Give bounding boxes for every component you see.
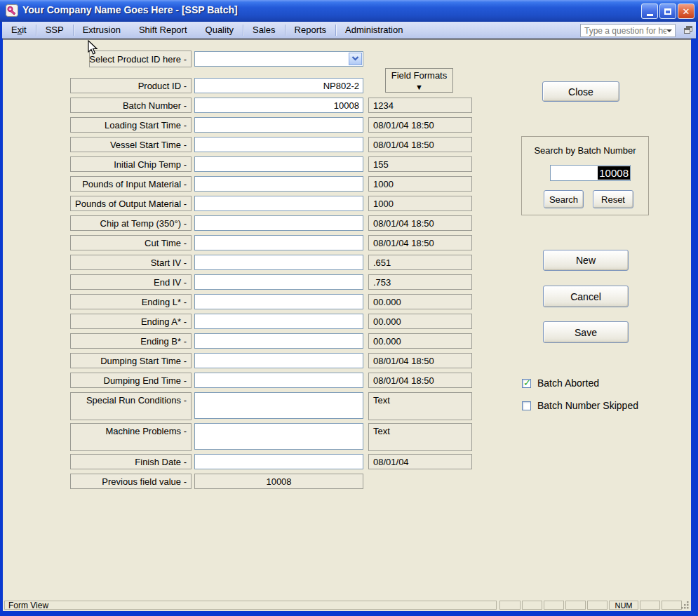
save-button[interactable]: Save xyxy=(543,321,629,343)
batch-number-skipped-checkbox[interactable] xyxy=(522,401,531,410)
ending-b-input[interactable] xyxy=(194,333,363,349)
dumping-start-time-input[interactable] xyxy=(194,353,363,368)
field-label: Vessel Start Time - xyxy=(70,137,192,152)
title-bar: Your Company Name Goes Here - [SSP Batch… xyxy=(0,0,698,22)
field-label: Ending A* - xyxy=(70,314,192,329)
product-id-combobox[interactable] xyxy=(194,51,363,67)
menu-item-ssp[interactable]: SSP xyxy=(36,22,73,39)
field-label: Batch Number - xyxy=(70,98,192,113)
search-group-title: Search by Batch Number xyxy=(522,145,648,156)
field-format: 1000 xyxy=(368,196,472,211)
status-panel xyxy=(565,601,586,610)
field-format: 08/01/04 18:50 xyxy=(368,117,472,133)
field-label: Cut Time - xyxy=(70,235,192,250)
field-format: .651 xyxy=(368,255,472,270)
minimize-icon xyxy=(647,14,653,16)
status-view-panel: Form View xyxy=(4,601,497,610)
field-label: Product ID - xyxy=(70,78,192,93)
menu-item-extrusion[interactable]: Extrusion xyxy=(74,22,130,39)
maximize-button[interactable] xyxy=(659,4,676,19)
menu-item-quality[interactable]: Quality xyxy=(196,22,243,39)
field-format: 08/01/04 18:50 xyxy=(368,215,472,231)
menu-item-sales[interactable]: Sales xyxy=(243,22,285,39)
menu-item-exit[interactable]: Exit xyxy=(2,22,36,39)
ending-l-input[interactable] xyxy=(194,294,363,309)
status-panel xyxy=(662,601,682,610)
field-label: Ending B* - xyxy=(70,333,192,349)
status-num-lock: NUM xyxy=(609,601,638,610)
field-format: 08/01/04 18:50 xyxy=(368,373,472,388)
cut-time-input[interactable] xyxy=(194,235,363,250)
menu-item-shift-report[interactable]: Shift Report xyxy=(130,22,196,39)
form-row-finish-date: Finish Date -08/01/04 xyxy=(3,454,691,469)
field-label: Pounds of Input Material - xyxy=(70,176,192,192)
batch-search-input[interactable]: 10008 xyxy=(550,165,631,181)
combobox-dropdown-button[interactable] xyxy=(349,53,362,65)
menu-bar: Exit SSP Extrusion Shift Report Quality … xyxy=(2,22,696,39)
access-form-icon xyxy=(6,4,18,17)
search-by-batch-group: Search by Batch Number 10008 Search Rese… xyxy=(521,136,649,215)
application-window: Your Company Name Goes Here - [SSP Batch… xyxy=(0,0,698,616)
batch-number-input[interactable] xyxy=(194,98,363,113)
new-button[interactable]: New xyxy=(543,250,629,271)
start-iv-input[interactable] xyxy=(194,255,363,270)
cancel-button[interactable]: Cancel xyxy=(543,286,629,307)
end-iv-input[interactable] xyxy=(194,274,363,290)
field-format: Text xyxy=(368,392,472,420)
status-bar: Form View NUM xyxy=(3,599,691,611)
initial-chip-temp-input[interactable] xyxy=(194,156,363,172)
status-panel xyxy=(522,601,542,610)
mdi-restore-icon[interactable] xyxy=(684,26,692,34)
dumping-end-time-input[interactable] xyxy=(194,373,363,388)
minimize-button[interactable] xyxy=(641,4,658,19)
ending-a-input[interactable] xyxy=(194,314,363,329)
form-area: Select Product ID here - Field Formats ▼… xyxy=(3,39,691,599)
pounds-output-material-input[interactable] xyxy=(194,196,363,211)
product-id-input[interactable] xyxy=(194,78,363,93)
batch-aborted-label: Batch Aborted xyxy=(537,377,599,389)
pounds-input-material-input[interactable] xyxy=(194,176,363,192)
help-question-input[interactable]: Type a question for help xyxy=(580,24,676,37)
status-panel xyxy=(587,601,608,610)
field-label: Chip at Temp (350°) - xyxy=(70,215,192,231)
field-format: 08/01/04 18:50 xyxy=(368,235,472,250)
select-product-label: Select Product ID here - xyxy=(89,51,192,67)
field-label: Pounds of Output Material - xyxy=(70,196,192,211)
loading-start-time-input[interactable] xyxy=(194,117,363,133)
machine-problems-input[interactable] xyxy=(194,423,363,450)
form-row-dumping-start-time: Dumping Start Time -08/01/04 18:50 xyxy=(3,353,691,368)
field-label: Loading Start Time - xyxy=(70,117,192,133)
batch-aborted-checkbox[interactable]: ✓ xyxy=(522,379,531,388)
field-label: Initial Chip Temp - xyxy=(70,156,192,172)
reset-button[interactable]: Reset xyxy=(593,190,633,208)
field-label: Special Run Conditions - xyxy=(70,392,192,420)
special-run-conditions-input[interactable] xyxy=(194,392,363,419)
field-format: 1000 xyxy=(368,176,472,192)
field-format: 00.000 xyxy=(368,314,472,329)
resize-grip[interactable] xyxy=(680,601,690,610)
field-format: 00.000 xyxy=(368,294,472,309)
field-label: Dumping Start Time - xyxy=(70,353,192,368)
close-window-button[interactable]: ✕ xyxy=(678,4,694,19)
chevron-down-icon xyxy=(351,56,359,62)
form-row-previous-field-value: Previous field value - xyxy=(3,474,691,489)
field-label: Ending L* - xyxy=(70,294,192,309)
menu-item-reports[interactable]: Reports xyxy=(286,22,336,39)
vessel-start-time-input[interactable] xyxy=(194,137,363,152)
chip-at-temp-input[interactable] xyxy=(194,215,363,231)
search-button[interactable]: Search xyxy=(544,190,584,208)
menu-item-administration[interactable]: Administration xyxy=(336,22,412,39)
finish-date-input[interactable] xyxy=(194,454,363,469)
previous-field-value xyxy=(194,474,363,489)
maximize-icon xyxy=(664,8,671,15)
field-label: Start IV - xyxy=(70,255,192,270)
selected-text: 10008 xyxy=(598,166,630,180)
batch-number-skipped-label: Batch Number Skipped xyxy=(537,400,638,411)
help-dropdown-icon[interactable] xyxy=(666,29,672,32)
status-panel xyxy=(640,601,660,610)
field-label: End IV - xyxy=(70,274,192,290)
close-button[interactable]: Close xyxy=(542,81,619,102)
field-label: Dumping End Time - xyxy=(70,373,192,388)
field-label: Machine Problems - xyxy=(70,423,192,451)
field-format: Text xyxy=(368,423,472,451)
